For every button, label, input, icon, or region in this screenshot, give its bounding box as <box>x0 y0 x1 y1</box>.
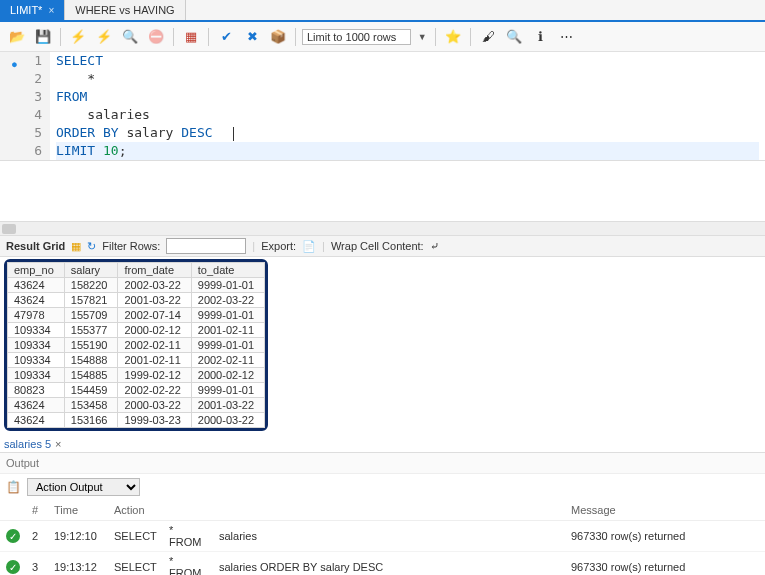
scrollbar-thumb[interactable] <box>2 224 16 234</box>
row-limit-select[interactable]: Limit to 1000 rows <box>302 29 411 45</box>
output-toolbar: 📋 Action Output <box>0 473 765 500</box>
horizontal-scrollbar[interactable] <box>0 221 765 235</box>
editor-tab-bar: LIMIT* × WHERE vs HAVING <box>0 0 765 22</box>
filter-label: Filter Rows: <box>102 240 160 252</box>
column-header[interactable]: from_date <box>118 263 191 278</box>
chevron-down-icon[interactable]: ▼ <box>415 27 429 47</box>
execute-icon[interactable]: ⚡ <box>67 26 89 48</box>
table-row[interactable]: 436241531661999-03-232000-03-22 <box>8 413 265 428</box>
save-file-icon[interactable]: 💾 <box>32 26 54 48</box>
tab-label: LIMIT* <box>10 4 42 16</box>
open-file-icon[interactable]: 📂 <box>6 26 28 48</box>
output-row[interactable]: ✓219:12:10SELECT* FROMsalaries967330 row… <box>0 521 765 552</box>
stop-icon[interactable]: ⛔ <box>145 26 167 48</box>
status-ok-icon: ✓ <box>6 529 20 543</box>
table-row[interactable]: 1093341553772000-02-122001-02-11 <box>8 323 265 338</box>
output-row[interactable]: ✓319:13:12SELECT* FROMsalaries ORDER BY … <box>0 552 765 576</box>
table-row[interactable]: 479781557092002-07-149999-01-01 <box>8 308 265 323</box>
export-icon[interactable]: 📄 <box>302 240 316 253</box>
output-header: Output <box>0 452 765 473</box>
close-icon[interactable]: × <box>48 5 54 16</box>
result-toolbar: Result Grid ▦ ↻ Filter Rows: | Export: 📄… <box>0 235 765 257</box>
info-icon[interactable]: ℹ <box>529 26 551 48</box>
result-grid-highlight: emp_nosalaryfrom_dateto_date436241582202… <box>4 259 268 431</box>
result-grid-label: Result Grid <box>6 240 65 252</box>
line-gutter: 123456 <box>0 52 50 160</box>
divider <box>295 28 296 46</box>
text-cursor <box>233 127 234 141</box>
beautify-icon[interactable]: 🖌 <box>477 26 499 48</box>
table-row[interactable]: 436241582202002-03-229999-01-01 <box>8 278 265 293</box>
divider <box>208 28 209 46</box>
execute-current-icon[interactable]: ⚡ <box>93 26 115 48</box>
divider <box>435 28 436 46</box>
divider <box>60 28 61 46</box>
sql-toolbar: 📂 💾 ⚡ ⚡ 🔍 ⛔ ▦ ✔ ✖ 📦 Limit to 1000 rows ▼… <box>0 22 765 52</box>
snippets-icon[interactable]: ⋯ <box>555 26 577 48</box>
output-mode-select[interactable]: Action Output <box>27 478 140 496</box>
column-header[interactable]: emp_no <box>8 263 65 278</box>
table-row[interactable]: 436241578212001-03-222002-03-22 <box>8 293 265 308</box>
commit-icon[interactable]: ✔ <box>215 26 237 48</box>
favorite-icon[interactable]: ⭐ <box>442 26 464 48</box>
table-row[interactable]: 808231544592002-02-229999-01-01 <box>8 383 265 398</box>
wrap-icon[interactable]: ⤶ <box>430 240 439 253</box>
tab-label: WHERE vs HAVING <box>75 4 174 16</box>
close-icon[interactable]: × <box>55 438 61 450</box>
sql-editor[interactable]: 123456 SELECT *FROM salariesORDER BY sal… <box>0 52 765 161</box>
table-row[interactable]: 436241534582000-03-222001-03-22 <box>8 398 265 413</box>
explain-icon[interactable]: 🔍 <box>119 26 141 48</box>
tab-where-vs-having[interactable]: WHERE vs HAVING <box>65 0 185 20</box>
table-row[interactable]: 1093341548851999-02-122000-02-12 <box>8 368 265 383</box>
export-label: Export: <box>261 240 296 252</box>
code-area[interactable]: SELECT *FROM salariesORDER BY salary DES… <box>50 52 765 160</box>
find-icon[interactable]: 🔍 <box>503 26 525 48</box>
divider <box>470 28 471 46</box>
column-header[interactable]: salary <box>64 263 118 278</box>
tab-limit[interactable]: LIMIT* × <box>0 0 65 20</box>
column-header[interactable]: to_date <box>191 263 264 278</box>
filter-rows-input[interactable] <box>166 238 246 254</box>
action-output-table: #TimeActionMessage✓219:12:10SELECT* FROM… <box>0 500 765 575</box>
copy-icon[interactable]: 📋 <box>6 480 21 494</box>
refresh-icon[interactable]: ↻ <box>87 240 96 253</box>
grid-icon[interactable]: ▦ <box>71 240 81 253</box>
table-row[interactable]: 1093341551902002-02-119999-01-01 <box>8 338 265 353</box>
status-ok-icon: ✓ <box>6 560 20 574</box>
result-grid[interactable]: emp_nosalaryfrom_dateto_date436241582202… <box>7 262 265 428</box>
subtab-label: salaries 5 <box>4 438 51 450</box>
editor-blank <box>0 161 765 221</box>
table-row[interactable]: 1093341548882001-02-112002-02-11 <box>8 353 265 368</box>
toggle-icon[interactable]: ▦ <box>180 26 202 48</box>
rollback-icon[interactable]: ✖ <box>241 26 263 48</box>
divider <box>173 28 174 46</box>
autocommit-icon[interactable]: 📦 <box>267 26 289 48</box>
result-subtab[interactable]: salaries 5 × <box>0 436 765 452</box>
wrap-label: Wrap Cell Content: <box>331 240 424 252</box>
